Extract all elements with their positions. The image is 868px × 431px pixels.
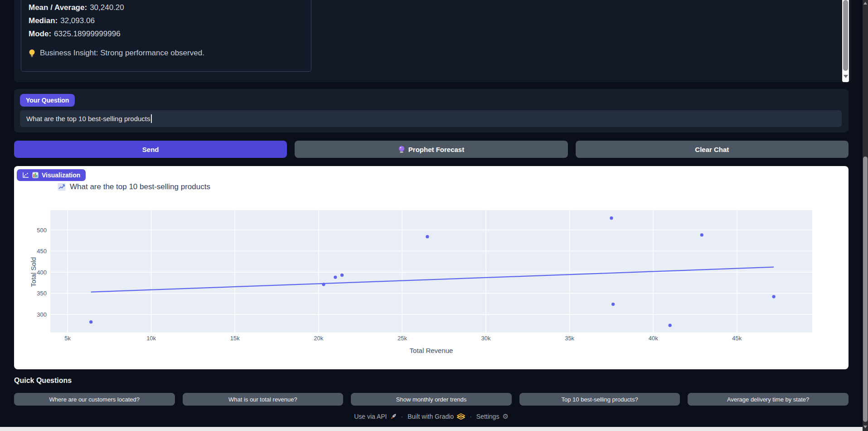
quick-question-button[interactable]: Average delivery time by state? xyxy=(688,393,849,406)
built-with-gradio-link[interactable]: Built with Gradio xyxy=(407,413,465,420)
x-tick-label: 45k xyxy=(732,335,742,342)
rocket-icon xyxy=(390,413,397,420)
x-axis-title: Total Revenue xyxy=(50,347,812,354)
chat-scrollbar-down-arrow-icon[interactable] xyxy=(844,75,848,78)
browser-scrollbar-thumb[interactable] xyxy=(863,157,868,422)
y-tick-label: 350 xyxy=(29,290,47,297)
insight-text: Business Insight: Strong performance obs… xyxy=(40,49,204,58)
actions-row: Send Prophet Forecast Clear Chat xyxy=(14,141,849,158)
stat-line: Mode:6325.18999999996 xyxy=(29,27,304,40)
question-input[interactable]: What are the top 10 best-selling product… xyxy=(20,110,842,127)
footer: Use via API · Built with Gradio · Settin… xyxy=(0,412,863,421)
insight-line: Business Insight: Strong performance obs… xyxy=(29,49,204,58)
clear-chat-label: Clear Chat xyxy=(695,146,729,153)
y-tick-label: 500 xyxy=(29,226,47,233)
scrollbar-up-arrow-icon[interactable] xyxy=(863,2,867,5)
scatter-point[interactable] xyxy=(426,235,429,238)
send-button-label: Send xyxy=(142,146,159,153)
bar-chart-icon xyxy=(32,172,39,178)
scatter-point[interactable] xyxy=(334,275,337,279)
footer-separator: · xyxy=(470,413,472,420)
quick-questions-row: Where are our customers located?What is … xyxy=(14,393,849,406)
x-tick-label: 40k xyxy=(649,335,658,342)
quick-questions-heading: Quick Questions xyxy=(14,377,72,385)
horizontal-scrollbar-track[interactable] xyxy=(0,427,868,431)
stats-lines: Rows:10Mean / Average:30,240.20Median:32… xyxy=(29,0,304,40)
quick-question-button[interactable]: Top 10 best-selling products? xyxy=(519,393,680,406)
prophet-forecast-label: Prophet Forecast xyxy=(408,146,464,153)
scrollbar-down-arrow-icon[interactable] xyxy=(863,426,867,428)
chart-title-text: What are the top 10 best-selling product… xyxy=(70,182,210,191)
x-tick-label: 10k xyxy=(146,335,156,342)
scatter-point[interactable] xyxy=(772,295,775,298)
y-tick-label: 300 xyxy=(29,311,47,318)
use-via-api-label: Use via API xyxy=(354,413,387,420)
gear-icon: ⚙ xyxy=(502,412,508,421)
built-with-gradio-label: Built with Gradio xyxy=(407,413,454,420)
settings-link[interactable]: Settings ⚙ xyxy=(476,412,509,421)
x-tick-label: 20k xyxy=(314,335,323,342)
visualization-badge: Visualization xyxy=(17,169,86,181)
plot-canvas xyxy=(50,210,812,333)
scatter-plot-icon xyxy=(22,172,29,178)
y-tick-label: 450 xyxy=(29,248,47,255)
gradio-logo-icon xyxy=(457,413,465,420)
chat-history-panel: Rows:10Mean / Average:30,240.20Median:32… xyxy=(14,0,851,82)
scatter-plot[interactable] xyxy=(50,210,812,333)
scatter-point[interactable] xyxy=(610,216,613,220)
x-tick-label: 25k xyxy=(398,335,407,342)
send-button[interactable]: Send xyxy=(14,141,287,158)
x-tick-label: 15k xyxy=(230,335,240,342)
footer-separator: · xyxy=(401,413,403,420)
prophet-forecast-button[interactable]: Prophet Forecast xyxy=(295,141,567,158)
text-caret xyxy=(151,114,152,123)
line-chart-icon xyxy=(58,183,66,191)
stat-line: Mean / Average:30,240.20 xyxy=(29,1,304,14)
quick-question-button[interactable]: Show monthly order trends xyxy=(351,393,512,406)
question-panel: Your Question What are the top 10 best-s… xyxy=(14,89,849,132)
settings-label: Settings xyxy=(476,413,499,420)
stat-line: Median:32,093.06 xyxy=(29,14,304,27)
y-axis-title: Total Sold xyxy=(29,257,37,287)
chat-scrollbar-thumb[interactable] xyxy=(843,0,848,71)
quick-question-button[interactable]: What is our total revenue? xyxy=(183,393,344,406)
scatter-point[interactable] xyxy=(322,283,325,286)
question-input-text: What are the top 10 best-selling product… xyxy=(26,115,150,122)
stats-message-box: Rows:10Mean / Average:30,240.20Median:32… xyxy=(21,0,311,72)
scatter-point[interactable] xyxy=(669,324,672,327)
visualization-badge-label: Visualization xyxy=(42,171,80,179)
scatter-point[interactable] xyxy=(340,274,344,277)
scatter-point[interactable] xyxy=(700,233,703,236)
scatter-point[interactable] xyxy=(89,320,92,323)
browser-scrollbar[interactable] xyxy=(863,0,868,431)
x-tick-label: 35k xyxy=(565,335,574,342)
crystal-ball-icon xyxy=(398,146,405,153)
visualization-panel: Visualization What are the top 10 best-s… xyxy=(14,166,849,369)
question-label-badge: Your Question xyxy=(20,94,75,107)
scatter-point[interactable] xyxy=(611,303,615,306)
clear-chat-button[interactable]: Clear Chat xyxy=(576,141,849,158)
use-via-api-link[interactable]: Use via API xyxy=(354,413,396,420)
x-tick-label: 30k xyxy=(481,335,491,342)
chat-panel-scrollbar[interactable] xyxy=(842,0,849,82)
lightbulb-icon xyxy=(29,49,35,58)
quick-question-button[interactable]: Where are our customers located? xyxy=(14,393,175,406)
x-tick-label: 5k xyxy=(64,335,71,342)
chart-title: What are the top 10 best-selling product… xyxy=(58,182,210,191)
